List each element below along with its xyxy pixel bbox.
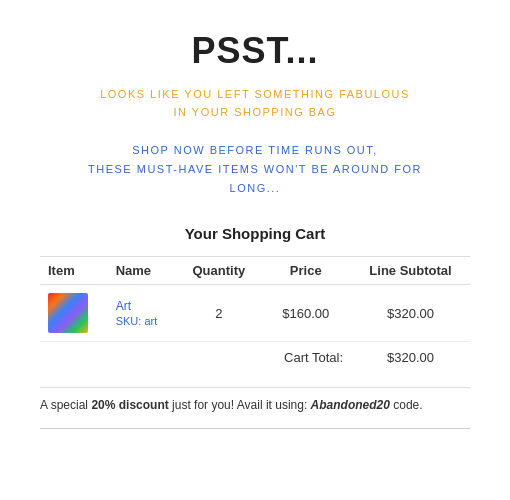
subheadline-line1: LOOKS LIKE YOU LEFT SOMETHING FABULOUS bbox=[100, 88, 410, 100]
discount-suffix: code. bbox=[390, 398, 423, 412]
table-header-row: Item Name Quantity Price Line Subtotal bbox=[40, 257, 470, 285]
col-subtotal: Line Subtotal bbox=[351, 257, 470, 285]
discount-middle: just for you! Avail it using: bbox=[169, 398, 311, 412]
total-value: $320.00 bbox=[351, 342, 470, 374]
headline: PSST... bbox=[40, 30, 470, 72]
subheadline: LOOKS LIKE YOU LEFT SOMETHING FABULOUS I… bbox=[40, 86, 470, 121]
subheadline-line2: IN YOUR SHOPPING BAG bbox=[173, 106, 336, 118]
col-price: Price bbox=[260, 257, 351, 285]
col-name: Name bbox=[108, 257, 178, 285]
total-empty bbox=[40, 342, 260, 374]
urgency-message: SHOP NOW BEFORE TIME RUNS OUT, THESE MUS… bbox=[40, 141, 470, 197]
product-image-cell bbox=[40, 285, 108, 342]
product-image bbox=[48, 293, 88, 333]
product-name-link[interactable]: Art bbox=[116, 299, 170, 313]
bottom-divider bbox=[40, 428, 470, 429]
discount-code: Abandoned20 bbox=[311, 398, 390, 412]
col-quantity: Quantity bbox=[177, 257, 260, 285]
table-row: Art SKU: art 2 $160.00 $320.00 bbox=[40, 285, 470, 342]
discount-message: A special 20% discount just for you! Ava… bbox=[40, 387, 470, 412]
product-subtotal: $320.00 bbox=[351, 285, 470, 342]
col-item: Item bbox=[40, 257, 108, 285]
urgency-line2: THESE MUST-HAVE ITEMS WON'T BE AROUND FO… bbox=[88, 163, 422, 175]
product-price: $160.00 bbox=[260, 285, 351, 342]
total-label: Cart Total: bbox=[260, 342, 351, 374]
cart-total-row: Cart Total: $320.00 bbox=[40, 342, 470, 374]
cart-title: Your Shopping Cart bbox=[40, 225, 470, 242]
discount-prefix: A special bbox=[40, 398, 91, 412]
urgency-line1: SHOP NOW BEFORE TIME RUNS OUT, bbox=[132, 144, 378, 156]
cart-table: Item Name Quantity Price Line Subtotal A… bbox=[40, 256, 470, 373]
urgency-line3: LONG... bbox=[230, 182, 281, 194]
product-quantity: 2 bbox=[177, 285, 260, 342]
email-container: PSST... LOOKS LIKE YOU LEFT SOMETHING FA… bbox=[0, 0, 510, 500]
product-sku: SKU: art bbox=[116, 315, 158, 327]
product-name-cell: Art SKU: art bbox=[108, 285, 178, 342]
discount-amount: 20% discount bbox=[91, 398, 168, 412]
